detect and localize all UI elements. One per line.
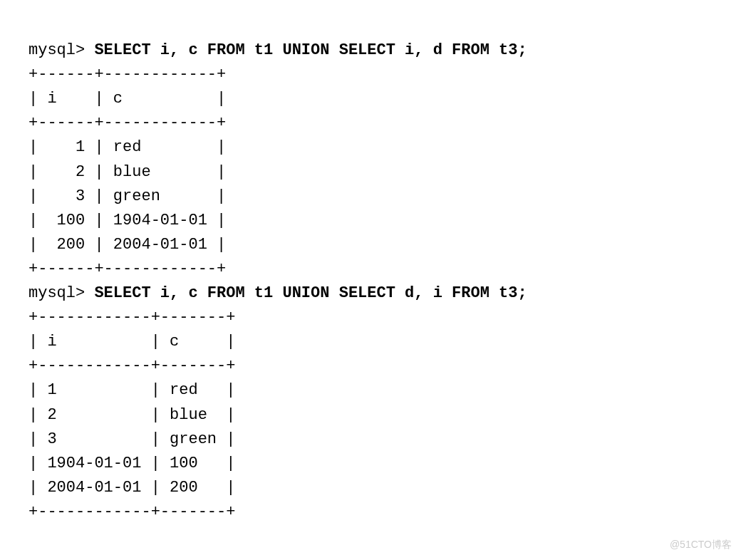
- table2-row-4: | 2004-01-01 | 200 |: [29, 479, 235, 497]
- table2-row-1: | 2 | blue |: [29, 406, 235, 424]
- table1-row-0: | 1 | red |: [29, 138, 226, 156]
- table1-row-4: | 200 | 2004-01-01 |: [29, 236, 226, 254]
- query-1: SELECT i, c FROM t1 UNION SELECT i, d FR…: [94, 41, 527, 59]
- prompt-2: mysql>: [29, 284, 94, 302]
- terminal-output: mysql> SELECT i, c FROM t1 UNION SELECT …: [29, 38, 717, 524]
- table2-row-2: | 3 | green |: [29, 430, 235, 448]
- table1-border-mid: +------+------------+: [29, 114, 226, 132]
- table1-border-bot: +------+------------+: [29, 260, 226, 278]
- prompt-1: mysql>: [29, 41, 94, 59]
- table2-row-0: | 1 | red |: [29, 381, 235, 399]
- table2-border-bot: +------------+-------+: [29, 503, 235, 521]
- table1-border-top: +------+------------+: [29, 66, 226, 83]
- watermark-text: @51CTO博客: [670, 537, 732, 553]
- table2-row-3: | 1904-01-01 | 100 |: [29, 455, 235, 472]
- table1-row-1: | 2 | blue |: [29, 163, 226, 181]
- query-2: SELECT i, c FROM t1 UNION SELECT d, i FR…: [94, 284, 527, 302]
- table2-border-mid: +------------+-------+: [29, 357, 235, 375]
- table1-row-3: | 100 | 1904-01-01 |: [29, 212, 226, 229]
- table2-border-top: +------------+-------+: [29, 308, 235, 326]
- table2-header: | i | c |: [29, 333, 235, 351]
- table1-header: | i | c |: [29, 90, 226, 108]
- table1-row-2: | 3 | green |: [29, 187, 226, 205]
